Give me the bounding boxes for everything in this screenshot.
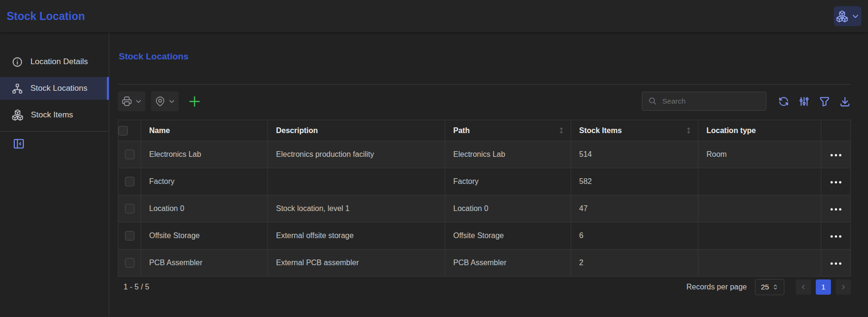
dot-icon [830, 262, 833, 265]
table-settings-button[interactable] [798, 96, 810, 107]
sidebar-item-stock-items[interactable]: Stock Items [0, 104, 109, 126]
stock-locations-table: Name Description Path Stock Items [118, 120, 851, 277]
cell-description: Electronics production facility [268, 141, 445, 168]
sidebar-item-label: Stock Items [31, 110, 73, 120]
sidebar-item-location-details[interactable]: Location Details [0, 50, 109, 73]
record-range: 1 - 5 / 5 [124, 283, 149, 291]
sidebar-item-stock-locations[interactable]: Stock Locations [0, 77, 109, 100]
column-header-path[interactable]: Path [445, 120, 571, 141]
next-page-button[interactable] [836, 279, 851, 295]
dot-icon [835, 208, 837, 211]
sidebar-item-label: Stock Locations [30, 84, 87, 93]
chevron-down-icon [851, 12, 860, 21]
cell-location-type [698, 168, 821, 195]
column-header-actions [821, 120, 851, 141]
column-header-description[interactable]: Description [268, 120, 445, 141]
column-label: Path [453, 126, 470, 135]
printer-icon [121, 96, 133, 107]
sort-icon[interactable] [685, 126, 692, 135]
adjustments-icon [798, 96, 810, 107]
page-size-select[interactable]: 25 [755, 279, 784, 295]
packages-icon [836, 10, 849, 22]
cell-name: Electronics Lab [141, 141, 268, 168]
table-header-row: Name Description Path Stock Items [118, 120, 851, 141]
app-header: Stock Location [0, 0, 868, 32]
cell-description: External offsite storage [268, 222, 445, 250]
table-row[interactable]: Factory Factory 582 [118, 168, 851, 195]
sidebar-item-label: Location Details [30, 57, 88, 67]
table-row[interactable]: Location 0 Stock location, level 1 Locat… [118, 195, 851, 222]
row-checkbox[interactable] [125, 150, 134, 159]
chevron-down-icon [168, 97, 176, 106]
sidebar-collapse-icon [12, 137, 25, 150]
cell-checkbox [118, 168, 141, 195]
row-checkbox[interactable] [125, 231, 134, 240]
previous-page-button[interactable] [796, 279, 811, 295]
select-all-cell [118, 120, 141, 141]
dot-icon [830, 181, 833, 183]
cell-path: Offsite Storage [445, 222, 571, 250]
table-row[interactable]: PCB Assembler External PCB assembler PCB… [118, 250, 851, 277]
download-button[interactable] [839, 96, 851, 107]
dot-icon [830, 154, 833, 156]
dot-icon [830, 208, 833, 211]
row-checkbox[interactable] [125, 177, 134, 186]
cell-actions [821, 250, 851, 277]
info-circle-icon [11, 56, 23, 68]
row-checkbox[interactable] [125, 204, 134, 213]
dot-icon [830, 235, 833, 238]
cell-name: PCB Assembler [141, 250, 268, 277]
cell-path: PCB Assembler [445, 250, 571, 277]
column-label: Location type [706, 126, 756, 134]
select-all-checkbox[interactable] [118, 126, 128, 135]
cell-description [268, 168, 445, 195]
row-checkbox[interactable] [125, 258, 134, 268]
row-actions-button[interactable] [828, 232, 844, 240]
panel-divider [118, 84, 851, 85]
barcode-actions-button[interactable] [834, 6, 861, 26]
cell-name: Location 0 [141, 195, 268, 222]
cell-stock-items: 2 [571, 250, 698, 277]
cell-stock-items: 582 [571, 168, 698, 195]
records-per-page-label: Records per page [687, 283, 747, 291]
cell-actions [821, 222, 851, 250]
cell-name: Factory [141, 168, 268, 195]
add-location-button[interactable] [184, 91, 204, 111]
search-icon [648, 96, 658, 106]
sidebar-collapse-button[interactable] [11, 136, 26, 151]
cell-location-type [698, 222, 821, 250]
dot-icon [835, 262, 837, 265]
row-actions-button[interactable] [828, 259, 844, 268]
cell-actions [821, 141, 851, 168]
column-header-name[interactable]: Name [141, 120, 268, 141]
filter-icon [819, 96, 830, 107]
dot-icon [839, 154, 841, 156]
sitemap-icon [11, 83, 23, 95]
sort-icon[interactable] [558, 126, 565, 135]
cell-description: External PCB assembler [268, 250, 445, 277]
column-label: Name [149, 126, 170, 134]
row-actions-button[interactable] [828, 151, 844, 159]
refresh-button[interactable] [778, 96, 790, 107]
column-header-stock-items[interactable]: Stock Items [571, 120, 698, 141]
cell-checkbox [118, 250, 141, 277]
table-row[interactable]: Electronics Lab Electronics production f… [118, 141, 851, 168]
packages-icon [11, 109, 24, 121]
column-label: Description [276, 126, 318, 134]
search-box [642, 92, 766, 111]
cell-location-type: Room [698, 141, 821, 168]
download-icon [839, 96, 851, 107]
table-row[interactable]: Offsite Storage External offsite storage… [118, 222, 851, 250]
row-actions-button[interactable] [828, 205, 844, 213]
dot-icon [839, 262, 841, 265]
column-header-location-type[interactable]: Location type [698, 120, 821, 141]
row-actions-button[interactable] [828, 178, 844, 186]
print-actions-button[interactable] [118, 91, 145, 111]
search-input[interactable] [662, 97, 760, 106]
filter-button[interactable] [819, 96, 830, 107]
page-1-button[interactable]: 1 [816, 279, 831, 295]
dot-icon [839, 208, 841, 211]
cell-actions [821, 195, 851, 222]
location-actions-button[interactable] [151, 91, 179, 111]
table-toolbar [118, 91, 851, 112]
